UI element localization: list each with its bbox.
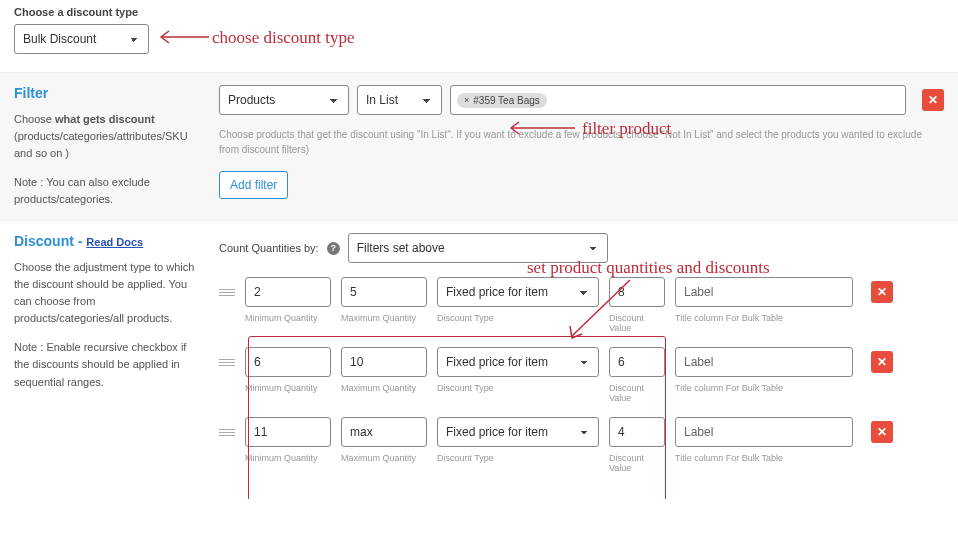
title-column-input[interactable] — [675, 347, 853, 377]
filter-operator-select[interactable]: In List — [357, 85, 442, 115]
min-qty-input[interactable] — [245, 417, 331, 447]
sub-label: Minimum Quantity — [245, 383, 331, 403]
sub-label: Title column For Bulk Table — [675, 313, 853, 333]
discount-type-label: Choose a discount type — [14, 6, 149, 18]
sub-label: Discount Value — [609, 383, 665, 403]
filter-value-input[interactable]: ×#359 Tea Bags — [450, 85, 906, 115]
discount-range-row: Fixed price for item ✕ — [219, 417, 944, 447]
discount-description: Choose the adjustment type to which the … — [14, 259, 203, 327]
filter-help-text: Choose products that get the discount us… — [219, 127, 944, 157]
discount-value-input[interactable] — [609, 347, 665, 377]
discount-range-row: Fixed price for item ✕ — [219, 347, 944, 377]
delete-row-button[interactable]: ✕ — [871, 281, 893, 303]
filter-entity-select[interactable]: Products — [219, 85, 349, 115]
title-column-input[interactable] — [675, 417, 853, 447]
sub-label: Maximum Quantity — [341, 313, 427, 333]
sub-label: Maximum Quantity — [341, 383, 427, 403]
read-docs-link[interactable]: Read Docs — [86, 236, 143, 248]
count-quantities-select[interactable]: Filters set above — [348, 233, 608, 263]
filter-title: Filter — [14, 85, 203, 101]
discount-type-row-select[interactable]: Fixed price for item — [437, 277, 599, 307]
delete-row-button[interactable]: ✕ — [871, 421, 893, 443]
discount-value-input[interactable] — [609, 417, 665, 447]
filter-note: Note : You can also exclude products/cat… — [14, 174, 203, 208]
discount-title: Discount - Read Docs — [14, 233, 203, 249]
drag-handle-icon[interactable] — [219, 429, 235, 436]
sub-label: Discount Type — [437, 453, 599, 473]
drag-handle-icon[interactable] — [219, 289, 235, 296]
count-qty-label: Count Quantities by: — [219, 242, 319, 254]
max-qty-input[interactable] — [341, 347, 427, 377]
sub-label: Title column For Bulk Table — [675, 453, 853, 473]
max-qty-input[interactable] — [341, 417, 427, 447]
min-qty-input[interactable] — [245, 277, 331, 307]
tag-remove-icon[interactable]: × — [464, 95, 469, 105]
sub-label: Discount Type — [437, 383, 599, 403]
title-column-input[interactable] — [675, 277, 853, 307]
sub-label: Minimum Quantity — [245, 313, 331, 333]
delete-row-button[interactable]: ✕ — [871, 351, 893, 373]
discount-type-row-select[interactable]: Fixed price for item — [437, 347, 599, 377]
sub-label: Discount Type — [437, 313, 599, 333]
discount-type-select[interactable]: Bulk Discount — [14, 24, 149, 54]
min-qty-input[interactable] — [245, 347, 331, 377]
drag-handle-icon[interactable] — [219, 359, 235, 366]
delete-filter-button[interactable]: ✕ — [922, 89, 944, 111]
add-filter-button[interactable]: Add filter — [219, 171, 288, 199]
sub-label: Maximum Quantity — [341, 453, 427, 473]
filter-description: Choose what gets discount (products/cate… — [14, 111, 203, 162]
sub-label: Discount Value — [609, 453, 665, 473]
sub-label: Title column For Bulk Table — [675, 383, 853, 403]
discount-type-row-select[interactable]: Fixed price for item — [437, 417, 599, 447]
discount-range-row: Fixed price for item ✕ — [219, 277, 944, 307]
sub-label: Minimum Quantity — [245, 453, 331, 473]
sub-label: Discount Value — [609, 313, 665, 333]
discount-value-input[interactable] — [609, 277, 665, 307]
discount-note: Note : Enable recursive checkbox if the … — [14, 339, 203, 390]
max-qty-input[interactable] — [341, 277, 427, 307]
filter-tag[interactable]: ×#359 Tea Bags — [457, 93, 547, 108]
info-icon[interactable]: ? — [327, 242, 340, 255]
